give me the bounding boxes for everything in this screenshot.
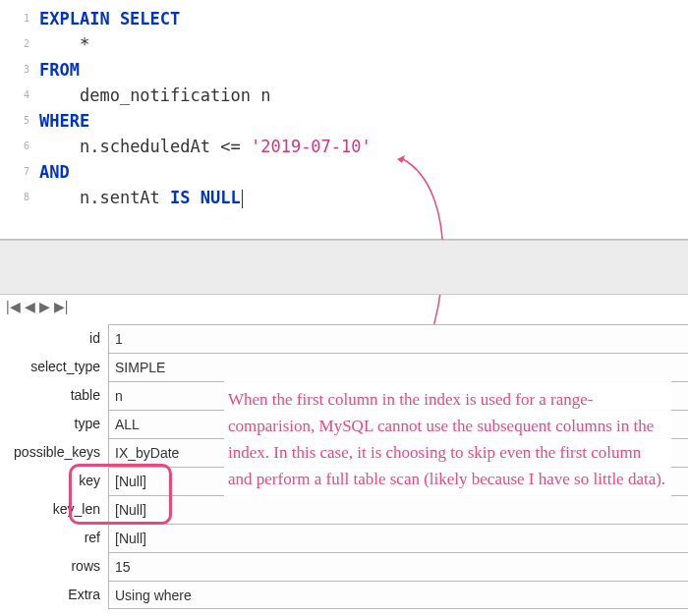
kw-where: WHERE (39, 111, 89, 131)
result-value[interactable]: SIMPLE (108, 353, 688, 381)
kw-from: FROM (39, 60, 80, 80)
line-gutter: 1 2 3 4 5 6 7 8 (0, 0, 39, 239)
result-value[interactable]: 1 (108, 324, 688, 353)
result-label: key (0, 467, 108, 495)
result-nav: |◀ ◀ ▶ ▶| (6, 299, 68, 314)
code-text[interactable]: EXPLAIN SELECT * FROM demo_notification … (39, 0, 688, 239)
result-row-key-len: key_len [Null] (0, 495, 688, 524)
result-value[interactable]: Using where (108, 581, 688, 609)
nav-last-icon[interactable]: ▶| (54, 299, 69, 314)
line-number: 2 (0, 31, 39, 57)
code-table-ref: demo_notification n (80, 85, 270, 105)
kw-and: AND (39, 162, 70, 182)
kw-is-null: IS NULL (170, 188, 241, 207)
line-number: 7 (0, 159, 39, 185)
result-label: possible_keys (0, 438, 108, 467)
line-number: 4 (0, 83, 39, 108)
line-number: 8 (0, 185, 39, 210)
line-number: 3 (0, 57, 39, 83)
annotation-note: When the first column in the index is us… (224, 380, 671, 498)
nav-next-icon[interactable]: ▶ (39, 299, 50, 314)
code-cond1-string: '2019-07-10' (251, 137, 372, 156)
nav-first-icon[interactable]: |◀ (6, 299, 21, 314)
result-label: select_type (0, 353, 108, 381)
panel-divider (0, 240, 688, 295)
code-star: * (80, 34, 89, 54)
code-cond1-left: n.scheduledAt <= (80, 137, 251, 156)
result-label: type (0, 410, 108, 438)
result-row-id: id 1 (0, 324, 688, 353)
result-row-select-type: select_type SIMPLE (0, 353, 688, 381)
result-label: key_len (0, 495, 108, 524)
result-row-rows: rows 15 (0, 552, 688, 581)
sql-editor[interactable]: 1 2 3 4 5 6 7 8 EXPLAIN SELECT * FROM de… (0, 0, 688, 240)
line-number: 1 (0, 6, 39, 31)
result-label: table (0, 381, 108, 410)
line-number: 5 (0, 108, 39, 134)
result-label: ref (0, 524, 108, 552)
line-number: 6 (0, 134, 39, 159)
result-row-extra: Extra Using where (0, 581, 688, 609)
result-label: id (0, 324, 108, 353)
result-row-ref: ref [Null] (0, 524, 688, 552)
result-label: Extra (0, 581, 108, 609)
nav-prev-icon[interactable]: ◀ (25, 299, 35, 314)
result-value[interactable]: [Null] (108, 495, 688, 524)
result-value[interactable]: 15 (108, 552, 688, 581)
kw-explain-select: EXPLAIN SELECT (39, 9, 180, 28)
result-value[interactable]: [Null] (108, 524, 688, 552)
code-cond2-left: n.sentAt (80, 188, 170, 207)
result-label: rows (0, 552, 108, 581)
text-cursor (242, 190, 243, 208)
